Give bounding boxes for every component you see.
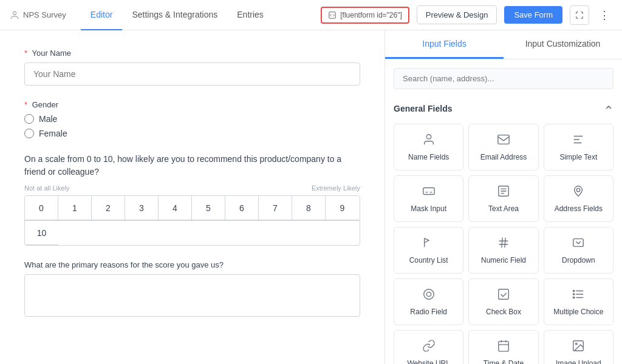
name-fields-label: Name Fields <box>408 153 449 161</box>
svg-rect-13 <box>573 297 575 298</box>
right-panel: Input Fields Input Customization General… <box>385 30 622 364</box>
flag-icon <box>422 236 436 251</box>
svg-point-0 <box>13 12 16 15</box>
nps-0[interactable]: 0 <box>25 196 58 220</box>
tab-entries[interactable]: Entries <box>227 0 273 30</box>
field-card-image-upload[interactable]: Image Upload <box>544 330 613 364</box>
website-url-label: Website URL <box>407 359 449 364</box>
preview-button[interactable]: Preview & Design <box>417 5 497 24</box>
field-card-name-fields[interactable]: Name Fields <box>394 124 463 170</box>
radio-male[interactable]: Male <box>24 114 360 124</box>
field-card-dropdown[interactable]: Dropdown <box>544 227 613 274</box>
section-header: General Fields <box>385 98 622 119</box>
right-panel-tabs: Input Fields Input Customization <box>385 30 622 59</box>
editor-panel: * Your Name * Gender Male Female <box>0 30 385 364</box>
gender-required-star: * <box>24 100 27 109</box>
name-input[interactable] <box>24 62 360 86</box>
svg-rect-11 <box>573 291 575 292</box>
save-button[interactable]: Save Form <box>504 6 562 24</box>
check-box-label: Check Box <box>486 308 521 316</box>
expand-button[interactable] <box>570 5 589 25</box>
field-card-email-address[interactable]: Email Address <box>468 124 538 170</box>
nav-tabs: Editor Settings & Integrations Entries <box>81 0 273 30</box>
field-card-time-date[interactable]: Time & Date <box>468 330 538 364</box>
svg-rect-4 <box>423 188 434 195</box>
radio-female[interactable]: Female <box>24 129 360 138</box>
more-button[interactable]: ⋮ <box>596 6 612 24</box>
radio-female-input[interactable] <box>24 129 34 138</box>
field-card-check-box[interactable]: Check Box <box>468 278 538 325</box>
nps-10[interactable]: 10 <box>25 221 58 245</box>
field-card-simple-text[interactable]: Simple Text <box>544 124 613 170</box>
nps-grid: 0 1 2 3 4 5 6 7 8 9 10 <box>24 195 360 246</box>
simple-text-label: Simple Text <box>559 153 597 161</box>
nps-4[interactable]: 4 <box>159 196 192 220</box>
field-card-country-list[interactable]: Country List <box>394 227 463 274</box>
mask-icon <box>422 184 436 200</box>
textarea-icon <box>497 184 510 200</box>
nps-row-2: 10 <box>25 220 360 245</box>
brand: NPS Survey <box>10 10 66 20</box>
hash-icon <box>497 236 510 251</box>
shortcode-box[interactable]: [fluentform id="26"] <box>321 7 409 24</box>
collapse-icon[interactable] <box>604 103 613 114</box>
svg-rect-10 <box>499 289 509 300</box>
name-required-star: * <box>24 49 27 58</box>
text-area-label: Text Area <box>488 204 519 213</box>
radio-field-label: Radio Field <box>410 308 447 316</box>
nps-7[interactable]: 7 <box>259 196 292 220</box>
field-card-address-fields[interactable]: Address Fields <box>544 175 613 222</box>
address-fields-label: Address Fields <box>555 204 603 213</box>
field-card-website-url[interactable]: Website URL <box>394 330 463 364</box>
name-label: * Your Name <box>24 49 360 58</box>
calendar-icon <box>497 339 510 354</box>
field-card-radio-field[interactable]: Radio Field <box>394 278 463 325</box>
nps-3[interactable]: 3 <box>125 196 159 220</box>
gender-field: * Gender Male Female <box>24 100 360 138</box>
location-icon <box>572 184 585 200</box>
tab-input-fields[interactable]: Input Fields <box>385 30 504 59</box>
nps-2[interactable]: 2 <box>92 196 125 220</box>
tab-settings[interactable]: Settings & Integrations <box>122 0 227 30</box>
tab-input-customization[interactable]: Input Customization <box>504 30 622 59</box>
image-upload-label: Image Upload <box>556 359 601 364</box>
textarea-input[interactable] <box>24 274 360 317</box>
nps-labels: Not at all Likely Extremely Likely <box>24 184 360 192</box>
nps-6[interactable]: 6 <box>225 196 259 220</box>
nps-5[interactable]: 5 <box>192 196 225 220</box>
field-card-mask-input[interactable]: Mask Input <box>394 175 463 222</box>
field-card-multiple-choice[interactable]: Multiple Choice <box>544 278 613 325</box>
numeric-field-label: Numeric Field <box>481 256 526 265</box>
fields-grid: Name Fields Email Address Simple Text <box>385 119 622 364</box>
svg-point-8 <box>423 289 434 300</box>
svg-point-6 <box>577 188 581 192</box>
country-list-label: Country List <box>409 256 448 265</box>
nps-row-1: 0 1 2 3 4 5 6 7 8 9 <box>25 196 360 220</box>
gender-radio-group: Male Female <box>24 114 360 138</box>
nps-1[interactable]: 1 <box>58 196 92 220</box>
svg-rect-3 <box>498 135 509 144</box>
search-input[interactable] <box>394 68 613 89</box>
svg-point-9 <box>426 292 431 296</box>
link-icon <box>422 339 436 354</box>
nps-8[interactable]: 8 <box>292 196 326 220</box>
email-address-label: Email Address <box>480 153 527 161</box>
tab-editor[interactable]: Editor <box>81 0 123 30</box>
field-card-text-area[interactable]: Text Area <box>468 175 538 222</box>
shortcode-text: [fluentform id="26"] <box>340 11 402 19</box>
svg-rect-7 <box>573 239 584 247</box>
field-card-numeric-field[interactable]: Numeric Field <box>468 227 538 274</box>
svg-point-2 <box>426 135 431 139</box>
nps-9[interactable]: 9 <box>326 196 359 220</box>
brand-label: NPS Survey <box>23 10 66 19</box>
svg-rect-14 <box>499 342 509 352</box>
dropdown-label: Dropdown <box>562 256 595 265</box>
svg-rect-12 <box>573 294 575 295</box>
list-icon <box>572 288 585 303</box>
textarea-label: What are the primary reasons for the sco… <box>24 260 360 269</box>
person-icon <box>422 133 436 148</box>
email-icon <box>497 133 510 148</box>
radio-male-input[interactable] <box>24 114 34 124</box>
checkbox-icon <box>497 288 510 303</box>
text-icon <box>572 133 585 148</box>
